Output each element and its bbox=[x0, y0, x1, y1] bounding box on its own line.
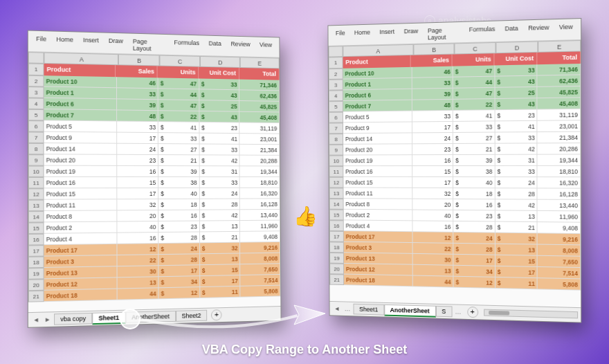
header-unitcost[interactable]: Unit Cost bbox=[199, 67, 239, 80]
cell-sales[interactable]: 22 bbox=[412, 243, 453, 255]
cell-total[interactable]: 23,001 bbox=[240, 134, 280, 145]
cell-unitcost[interactable]: 15 $ bbox=[496, 255, 538, 267]
cell-sales[interactable]: 33 bbox=[412, 78, 453, 89]
cell-total[interactable]: 16,128 bbox=[240, 199, 280, 210]
cell-total[interactable]: 16,128 bbox=[538, 188, 581, 200]
row-number[interactable]: 7 bbox=[28, 131, 44, 143]
sheet-tab-s[interactable]: S bbox=[436, 306, 453, 318]
cell-units[interactable]: 17 $ bbox=[453, 255, 495, 266]
cell-product[interactable]: Product 17 bbox=[44, 244, 117, 257]
cell-product[interactable]: Product 16 bbox=[44, 177, 117, 188]
cell-total[interactable]: 9,216 bbox=[538, 233, 581, 245]
ribbon-tab-draw[interactable]: Draw bbox=[104, 35, 128, 54]
cell-units[interactable]: 22 $ bbox=[158, 111, 199, 122]
cell-unitcost[interactable]: 33 $ bbox=[495, 132, 537, 144]
row-number[interactable]: 8 bbox=[28, 143, 44, 154]
ribbon-tab-file[interactable]: File bbox=[31, 33, 51, 52]
cell-sales[interactable]: 40 bbox=[117, 221, 158, 233]
ribbon-tab-page-layout[interactable]: Page Layout bbox=[423, 24, 464, 44]
row-number[interactable]: 1 bbox=[28, 63, 44, 75]
cell-sales[interactable]: 22 bbox=[117, 255, 158, 266]
sheet-nav-prev[interactable]: ◄ bbox=[332, 305, 341, 312]
cell-sales[interactable]: 46 bbox=[412, 66, 453, 78]
cell-unitcost[interactable]: 42 $ bbox=[495, 143, 537, 154]
cell-units[interactable]: 40 $ bbox=[158, 188, 199, 199]
cell-total[interactable]: 45,825 bbox=[239, 101, 280, 112]
cell-units[interactable]: 23 $ bbox=[453, 210, 495, 222]
cell-product[interactable]: Product 9 bbox=[44, 132, 117, 144]
cell-unitcost[interactable]: 15 $ bbox=[200, 264, 241, 276]
cell-unitcost[interactable]: 43 $ bbox=[199, 89, 239, 101]
add-sheet-button[interactable]: + bbox=[467, 307, 478, 318]
cell-unitcost[interactable]: 21 $ bbox=[496, 222, 538, 234]
select-all-corner[interactable] bbox=[329, 46, 343, 57]
cell-sales[interactable]: 17 bbox=[117, 133, 158, 144]
cell-units[interactable]: 16 $ bbox=[158, 210, 199, 221]
cell-units[interactable]: 33 $ bbox=[453, 121, 495, 133]
cell-total[interactable]: 20,288 bbox=[240, 156, 280, 167]
row-number[interactable]: 5 bbox=[329, 101, 343, 112]
cell-total[interactable]: 45,825 bbox=[538, 87, 581, 98]
cell-sales[interactable]: 33 bbox=[117, 121, 158, 133]
header-units[interactable]: Units bbox=[453, 53, 495, 66]
cell-product[interactable]: Product 11 bbox=[44, 199, 117, 211]
row-number[interactable]: 10 bbox=[329, 155, 343, 166]
ribbon-tab-home[interactable]: Home bbox=[349, 26, 374, 45]
cell-sales[interactable]: 23 bbox=[412, 144, 454, 155]
cell-unitcost[interactable]: 13 $ bbox=[200, 221, 241, 232]
cell-unitcost[interactable]: 28 $ bbox=[496, 188, 538, 199]
ribbon-tab-draw[interactable]: Draw bbox=[399, 26, 423, 44]
row-number[interactable]: 3 bbox=[329, 80, 343, 91]
cell-product[interactable]: Product 14 bbox=[44, 143, 117, 155]
cell-units[interactable]: 12 $ bbox=[159, 287, 201, 299]
cell-units[interactable]: 24 $ bbox=[453, 233, 495, 244]
row-number[interactable]: 18 bbox=[329, 242, 344, 253]
cell-sales[interactable]: 17 bbox=[117, 188, 158, 199]
cell-unitcost[interactable]: 17 $ bbox=[200, 275, 241, 287]
cell-unitcost[interactable]: 28 $ bbox=[200, 199, 241, 210]
cell-unitcost[interactable]: 21 $ bbox=[200, 232, 241, 244]
horizontal-scrollbar[interactable] bbox=[484, 309, 578, 319]
cell-unitcost[interactable]: 33 $ bbox=[495, 166, 537, 177]
cell-total[interactable]: 45,408 bbox=[538, 98, 581, 109]
cell-sales[interactable]: 15 bbox=[412, 166, 453, 177]
row-number[interactable]: 14 bbox=[329, 199, 344, 210]
row-number[interactable]: 20 bbox=[329, 264, 344, 275]
cell-sales[interactable]: 20 bbox=[412, 199, 453, 210]
cell-total[interactable]: 21,384 bbox=[240, 145, 280, 156]
cell-product[interactable]: Product 6 bbox=[44, 98, 116, 111]
header-unitcost[interactable]: Unit Cost bbox=[495, 53, 538, 66]
cell-total[interactable]: 62,436 bbox=[239, 90, 280, 102]
cell-sales[interactable]: 12 bbox=[117, 244, 158, 255]
row-number[interactable]: 5 bbox=[28, 109, 44, 121]
ribbon-tab-insert[interactable]: Insert bbox=[78, 35, 104, 53]
cell-product[interactable]: Product 14 bbox=[343, 133, 412, 144]
row-number[interactable]: 12 bbox=[28, 188, 44, 199]
row-number[interactable]: 11 bbox=[329, 166, 343, 177]
cell-total[interactable]: 16,320 bbox=[538, 177, 581, 188]
cell-product[interactable]: Product 4 bbox=[44, 233, 117, 245]
cell-product[interactable]: Product 15 bbox=[343, 177, 412, 188]
row-number[interactable]: 6 bbox=[329, 112, 343, 123]
cell-units[interactable]: 28 $ bbox=[158, 254, 200, 266]
cell-units[interactable]: 24 $ bbox=[158, 243, 200, 255]
cell-units[interactable]: 23 $ bbox=[158, 221, 199, 233]
column-header-d[interactable]: D bbox=[200, 56, 240, 68]
column-header-e[interactable]: E bbox=[538, 40, 581, 53]
row-number[interactable]: 15 bbox=[28, 222, 44, 234]
cell-sales[interactable]: 46 bbox=[117, 77, 158, 89]
cell-total[interactable]: 45,408 bbox=[240, 112, 280, 123]
cell-total[interactable]: 7,514 bbox=[538, 267, 581, 279]
row-number[interactable]: 13 bbox=[329, 188, 344, 199]
ribbon-tab-data[interactable]: Data bbox=[500, 22, 523, 41]
cell-sales[interactable]: 32 bbox=[117, 199, 158, 210]
sheet-tab-sheet1[interactable]: Sheet1 bbox=[354, 304, 384, 316]
cell-units[interactable]: 39 $ bbox=[158, 166, 199, 177]
header-sales[interactable]: Sales bbox=[116, 65, 158, 78]
cell-total[interactable]: 21,384 bbox=[538, 132, 581, 144]
cell-total[interactable]: 5,808 bbox=[538, 278, 581, 291]
cell-product[interactable]: Product 13 bbox=[344, 253, 412, 264]
cell-product[interactable]: Product 18 bbox=[344, 274, 412, 286]
header-total[interactable]: Total bbox=[239, 68, 280, 80]
ribbon-tab-page-layout[interactable]: Page Layout bbox=[128, 36, 170, 55]
